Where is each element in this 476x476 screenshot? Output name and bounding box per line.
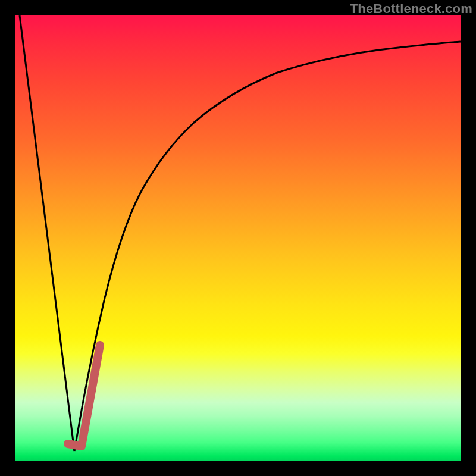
plot-area: [15, 15, 461, 461]
watermark-text: TheBottleneck.com: [350, 1, 472, 17]
curves-svg: [15, 15, 461, 461]
series-left-line: [20, 15, 74, 451]
series-rising-curve: [74, 42, 461, 451]
outer-frame: TheBottleneck.com: [0, 0, 476, 476]
